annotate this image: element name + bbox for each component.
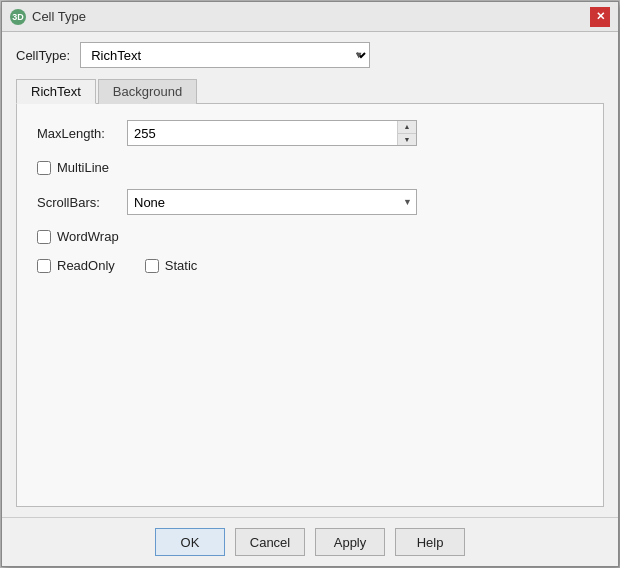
cell-type-label: CellType: xyxy=(16,48,70,63)
multiline-row: MultiLine xyxy=(37,160,583,175)
cell-type-row: CellType: RichText Text Number Date Chec… xyxy=(16,42,604,68)
spin-up-button[interactable]: ▲ xyxy=(398,121,416,134)
dialog-content: CellType: RichText Text Number Date Chec… xyxy=(2,32,618,517)
max-length-input[interactable] xyxy=(128,121,397,145)
static-row: Static xyxy=(145,258,198,273)
spinbox-buttons: ▲ ▼ xyxy=(397,121,416,145)
static-label: Static xyxy=(165,258,198,273)
scrollbars-select-wrapper: None Horizontal Vertical Both ▼ xyxy=(127,189,417,215)
tabs-bar: RichText Background xyxy=(16,78,604,104)
spin-down-button[interactable]: ▼ xyxy=(398,134,416,146)
readonly-label: ReadOnly xyxy=(57,258,115,273)
readonly-static-row: ReadOnly Static xyxy=(37,258,583,273)
app-icon: 3D xyxy=(10,9,26,25)
scrollbars-select[interactable]: None Horizontal Vertical Both xyxy=(128,190,416,214)
ok-button[interactable]: OK xyxy=(155,528,225,556)
title-bar: 3D Cell Type ✕ xyxy=(2,2,618,32)
cancel-button[interactable]: Cancel xyxy=(235,528,305,556)
scrollbars-label: ScrollBars: xyxy=(37,195,117,210)
close-button[interactable]: ✕ xyxy=(590,7,610,27)
wordwrap-label: WordWrap xyxy=(57,229,119,244)
apply-button[interactable]: Apply xyxy=(315,528,385,556)
tabs-section: RichText Background MaxLength: ▲ ▼ xyxy=(16,78,604,507)
scrollbars-row: ScrollBars: None Horizontal Vertical Bot… xyxy=(37,189,583,215)
wordwrap-checkbox[interactable] xyxy=(37,230,51,244)
max-length-row: MaxLength: ▲ ▼ xyxy=(37,120,583,146)
cell-type-select-wrapper: RichText Text Number Date Checkbox ▼ xyxy=(80,42,370,68)
dialog-footer: OK Cancel Apply Help xyxy=(2,517,618,566)
tab-background[interactable]: Background xyxy=(98,79,197,104)
wordwrap-row: WordWrap xyxy=(37,229,583,244)
readonly-checkbox[interactable] xyxy=(37,259,51,273)
richtext-tab-content: MaxLength: ▲ ▼ MultiLine xyxy=(16,104,604,507)
multiline-label: MultiLine xyxy=(57,160,109,175)
max-length-label: MaxLength: xyxy=(37,126,117,141)
help-button[interactable]: Help xyxy=(395,528,465,556)
cell-type-dialog: 3D Cell Type ✕ CellType: RichText Text N… xyxy=(1,1,619,567)
multiline-checkbox[interactable] xyxy=(37,161,51,175)
readonly-row: ReadOnly xyxy=(37,258,115,273)
cell-type-select[interactable]: RichText Text Number Date Checkbox xyxy=(81,43,369,67)
dialog-title: Cell Type xyxy=(32,9,86,24)
static-checkbox[interactable] xyxy=(145,259,159,273)
max-length-spinbox: ▲ ▼ xyxy=(127,120,417,146)
tab-richtext[interactable]: RichText xyxy=(16,79,96,104)
